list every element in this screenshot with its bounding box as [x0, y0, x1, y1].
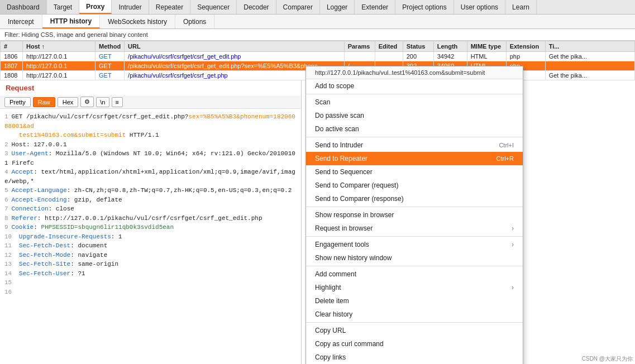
- ctx-label: Copy links: [315, 353, 346, 361]
- request-line-12: 12 Sec-Fetch-Mode: navigate: [4, 251, 297, 260]
- action-button[interactable]: ⚙: [80, 97, 94, 107]
- menu-dashboard[interactable]: Dashboard: [0, 0, 47, 14]
- ctx-label: Request in browser: [315, 224, 373, 232]
- cell-method: GET: [96, 52, 125, 61]
- pretty-button[interactable]: Pretty: [4, 97, 31, 107]
- ctx-highlight[interactable]: Highlight ›: [306, 281, 523, 294]
- menu-logger[interactable]: Logger: [320, 0, 355, 14]
- cell-extension: php: [506, 52, 545, 61]
- ctx-separator-4: [306, 236, 523, 237]
- ctx-send-repeater[interactable]: Send to Repeater Ctrl+R: [306, 152, 523, 165]
- request-content[interactable]: 1GET /pikachu/vul/csrf/csrfget/csrf_get_…: [0, 109, 301, 364]
- ctx-label: Add comment: [315, 270, 356, 278]
- menu-learn[interactable]: Learn: [505, 0, 537, 14]
- ctx-label: Send to Comparer (request): [315, 181, 398, 189]
- ctx-passive-scan[interactable]: Do passive scan: [306, 109, 523, 122]
- menu-project-options[interactable]: Project options: [395, 0, 453, 14]
- ctx-clear-history[interactable]: Clear history: [306, 308, 523, 321]
- tab-http-history[interactable]: HTTP history: [42, 15, 100, 28]
- col-header-url[interactable]: URL: [125, 41, 345, 52]
- ctx-send-comparer-req[interactable]: Send to Comparer (request): [306, 179, 523, 192]
- col-header-num[interactable]: #: [1, 41, 23, 52]
- ctx-separator-3: [306, 207, 523, 207]
- tab-bar: Intercept HTTP history WebSockets histor…: [0, 15, 635, 29]
- cell-url: /pikachu/vul/csrf/csrfget/csrf_get_edit.…: [125, 52, 345, 61]
- request-line-11: 11 Sec-Fetch-Dest: document: [4, 241, 297, 251]
- ctx-active-scan[interactable]: Do active scan: [306, 122, 523, 136]
- ctx-request-browser[interactable]: Request in browser ›: [306, 222, 523, 235]
- ctx-label: Send to Intruder: [315, 141, 363, 149]
- request-line-10: 10 Upgrade-Insecure-Requests: 1: [4, 232, 297, 242]
- filter-text: Filter: Hiding CSS, image and general bi…: [4, 31, 148, 38]
- newline-button[interactable]: \n: [96, 97, 109, 107]
- menu-proxy[interactable]: Proxy: [79, 0, 112, 14]
- request-line-14: 14 Sec-Fetch-User: ?1: [4, 269, 297, 279]
- request-panel-title: Request: [0, 80, 301, 95]
- request-line-2: 2Host: 127.0.0.1: [4, 140, 297, 150]
- request-line-9: 9Cookie: PHPSESSID=sbqugn6lir11qb0k3svdi…: [4, 223, 297, 232]
- request-line-13: 13 Sec-Fetch-Site: same-origin: [4, 260, 297, 269]
- top-menubar: Dashboard Target Proxy Intruder Repeater…: [0, 0, 635, 15]
- ctx-arrow-icon: ›: [512, 241, 514, 248]
- menu-target[interactable]: Target: [47, 0, 79, 14]
- menu-decoder[interactable]: Decoder: [237, 0, 276, 14]
- context-menu: http://127.0.0.1/pikachu/vul..test1%4016…: [305, 66, 523, 364]
- tab-options[interactable]: Options: [175, 15, 214, 28]
- ctx-show-history[interactable]: Show new history window: [306, 251, 523, 265]
- ctx-add-scope[interactable]: Add to scope: [306, 79, 523, 93]
- request-line-1: 1GET /pikachu/vul/csrf/csrfget/csrf_get_…: [4, 112, 297, 131]
- tab-intercept[interactable]: Intercept: [0, 15, 42, 28]
- request-line-15: 15: [4, 278, 297, 288]
- col-header-method[interactable]: Method: [96, 41, 125, 52]
- ctx-label: Scan: [315, 98, 330, 106]
- col-header-host[interactable]: Host ↑: [23, 41, 96, 52]
- filter-bar: Filter: Hiding CSS, image and general bi…: [0, 29, 635, 41]
- menu-comparer[interactable]: Comparer: [276, 0, 320, 14]
- ctx-scan[interactable]: Scan: [306, 95, 523, 109]
- menu-button[interactable]: ≡: [112, 97, 123, 107]
- menu-user-options[interactable]: User options: [454, 0, 505, 14]
- ctx-copy-curl[interactable]: Copy as curl command: [306, 337, 523, 351]
- col-header-mime[interactable]: MIME type: [467, 41, 506, 52]
- tab-websockets-history[interactable]: WebSockets history: [100, 15, 175, 28]
- cell-id: 1808: [1, 71, 23, 80]
- col-header-length[interactable]: Length: [433, 41, 467, 52]
- ctx-engagement[interactable]: Engagement tools ›: [306, 238, 523, 251]
- ctx-add-comment[interactable]: Add comment: [306, 267, 523, 281]
- ctx-copy-url[interactable]: Copy URL: [306, 324, 523, 337]
- menu-intruder[interactable]: Intruder: [112, 0, 149, 14]
- ctx-arrow-icon: ›: [512, 224, 514, 232]
- request-line-5: 5Accept-Language: zh-CN,zh;q=0.8,zh-TW;q…: [4, 186, 297, 195]
- menu-sequencer[interactable]: Sequencer: [190, 0, 237, 14]
- cell-host: http://127.0.0.1: [23, 61, 96, 71]
- hex-button[interactable]: Hex: [58, 97, 79, 107]
- table-row[interactable]: 1806 http://127.0.0.1 GET /pikachu/vul/c…: [1, 52, 635, 61]
- cell-edited: [375, 52, 403, 61]
- ctx-send-intruder[interactable]: Send to Intruder Ctrl+I: [306, 138, 523, 152]
- cell-method: GET: [96, 61, 125, 71]
- ctx-label: Send to Sequencer: [315, 168, 373, 176]
- ctx-delete-item[interactable]: Delete item: [306, 294, 523, 308]
- ctx-copy-links[interactable]: Copy links: [306, 351, 523, 364]
- request-line-6: 6Accept-Encoding: gzip, deflate: [4, 195, 297, 205]
- cell-title: [545, 61, 634, 71]
- cell-host: http://127.0.0.1: [23, 71, 96, 80]
- watermark: CSDN @大家只为你: [582, 355, 633, 363]
- cell-method: GET: [96, 71, 125, 80]
- raw-button[interactable]: Raw: [33, 97, 55, 107]
- cell-title: Get the pika...: [545, 71, 634, 80]
- col-header-title[interactable]: Ti...: [545, 41, 634, 52]
- col-header-status[interactable]: Status: [403, 41, 433, 52]
- ctx-send-sequencer[interactable]: Send to Sequencer: [306, 165, 523, 179]
- menu-extender[interactable]: Extender: [355, 0, 395, 14]
- cell-length: 34942: [433, 52, 467, 61]
- ctx-separator-5: [306, 266, 523, 266]
- cell-mime: HTML: [467, 52, 506, 61]
- ctx-separator-6: [306, 322, 523, 323]
- ctx-show-response[interactable]: Show response in browser: [306, 208, 523, 222]
- col-header-extension[interactable]: Extension: [506, 41, 545, 52]
- col-header-edited[interactable]: Edited: [375, 41, 403, 52]
- col-header-params[interactable]: Params: [344, 41, 375, 52]
- ctx-send-comparer-res[interactable]: Send to Comparer (response): [306, 192, 523, 205]
- menu-repeater[interactable]: Repeater: [149, 0, 190, 14]
